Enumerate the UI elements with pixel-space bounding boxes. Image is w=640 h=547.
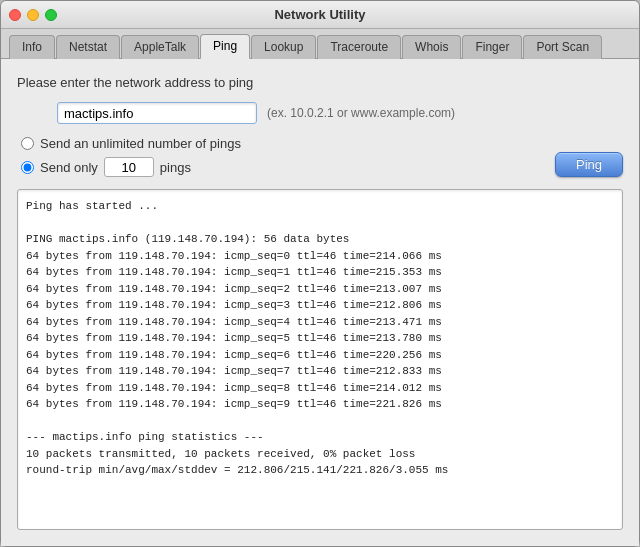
tab-portscan[interactable]: Port Scan bbox=[523, 35, 602, 59]
radio-unlimited-row: Send an unlimited number of pings bbox=[21, 136, 241, 151]
output-area: Ping has started ... PING mactips.info (… bbox=[17, 189, 623, 530]
minimize-button[interactable] bbox=[27, 9, 39, 21]
titlebar: Network Utility bbox=[1, 1, 639, 29]
radio-unlimited-label: Send an unlimited number of pings bbox=[40, 136, 241, 151]
tab-ping[interactable]: Ping bbox=[200, 34, 250, 59]
tab-netstat[interactable]: Netstat bbox=[56, 35, 120, 59]
ping-button[interactable]: Ping bbox=[555, 152, 623, 177]
window-title: Network Utility bbox=[274, 7, 365, 22]
address-input[interactable] bbox=[57, 102, 257, 124]
main-window: Network Utility Info Netstat AppleTalk P… bbox=[0, 0, 640, 547]
radio-count[interactable] bbox=[21, 161, 34, 174]
tab-lookup[interactable]: Lookup bbox=[251, 35, 316, 59]
radio-count-prefix: Send only bbox=[40, 160, 98, 175]
address-row: (ex. 10.0.2.1 or www.example.com) bbox=[17, 102, 623, 124]
tab-whois[interactable]: Whois bbox=[402, 35, 461, 59]
options-area: Send an unlimited number of pings Send o… bbox=[17, 136, 241, 177]
radio-count-row: Send only pings bbox=[21, 157, 241, 177]
maximize-button[interactable] bbox=[45, 9, 57, 21]
prompt-label: Please enter the network address to ping bbox=[17, 75, 623, 90]
tab-info[interactable]: Info bbox=[9, 35, 55, 59]
tab-finger[interactable]: Finger bbox=[462, 35, 522, 59]
traffic-lights bbox=[9, 9, 57, 21]
ping-count-input[interactable] bbox=[104, 157, 154, 177]
tab-bar: Info Netstat AppleTalk Ping Lookup Trace… bbox=[1, 29, 639, 59]
close-button[interactable] bbox=[9, 9, 21, 21]
content-area: Please enter the network address to ping… bbox=[1, 59, 639, 546]
address-hint: (ex. 10.0.2.1 or www.example.com) bbox=[267, 106, 455, 120]
tab-appletalk[interactable]: AppleTalk bbox=[121, 35, 199, 59]
options-ping-row: Send an unlimited number of pings Send o… bbox=[17, 136, 623, 177]
tab-traceroute[interactable]: Traceroute bbox=[317, 35, 401, 59]
radio-count-suffix: pings bbox=[160, 160, 191, 175]
radio-unlimited[interactable] bbox=[21, 137, 34, 150]
